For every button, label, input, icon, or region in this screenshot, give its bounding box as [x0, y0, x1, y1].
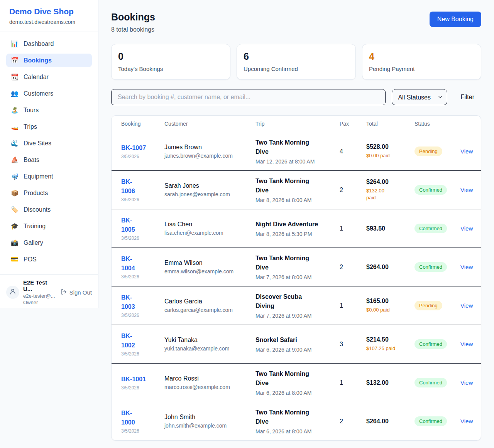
booking-date: 3/5/2026: [121, 197, 164, 202]
booking-id-link[interactable]: BK- 1000: [121, 409, 164, 426]
sidebar-item-customers[interactable]: 👥 Customers: [6, 87, 92, 100]
status-cell: Pending: [414, 301, 457, 310]
customer-name: Emma Wilson: [164, 259, 255, 266]
column-header-booking: Booking: [121, 121, 164, 127]
pax-value: 4: [340, 148, 366, 155]
sidebar-item-tours[interactable]: 🏝️ Tours: [6, 103, 92, 117]
view-link[interactable]: View: [457, 264, 473, 270]
sidebar-item-trips[interactable]: 🚤 Trips: [6, 120, 92, 133]
booking-id-link[interactable]: BK- 1005: [121, 216, 164, 234]
view-link[interactable]: View: [457, 187, 473, 193]
view-link[interactable]: View: [457, 379, 473, 386]
booking-id-link[interactable]: BK- 1002: [121, 332, 164, 349]
booking-cell: BK- 1004 3/5/2026: [121, 254, 164, 279]
sidebar-item-gallery[interactable]: 📸 Gallery: [6, 236, 92, 249]
customer-cell: John Smith john.smith@example.com: [164, 414, 255, 429]
user-role: Owner: [23, 300, 57, 305]
trip-datetime: Mar 8, 2026 at 5:30 PM: [255, 231, 340, 237]
page-header: Bookings 8 total bookings New Booking: [111, 12, 481, 33]
booking-cell: BK- 1002 3/5/2026: [121, 332, 164, 356]
total-cell: $528.00 $0.00 paid: [366, 143, 414, 159]
filter-row: All Statuses Filter: [111, 89, 481, 105]
actions-cell: View: [457, 148, 473, 155]
booking-id-link[interactable]: BK- 1004: [121, 254, 164, 272]
nav-item-icon: 🏷️: [11, 206, 19, 213]
sidebar-item-label: Equipment: [24, 173, 53, 180]
sign-out-button[interactable]: Sign Out: [61, 289, 92, 296]
sidebar-item-label: Products: [24, 190, 48, 197]
sidebar-item-label: Discounts: [24, 206, 51, 213]
sidebar-item-discounts[interactable]: 🏷️ Discounts: [6, 203, 92, 216]
status-cell: Confirmed: [414, 262, 457, 272]
sidebar-item-label: Bookings: [24, 57, 52, 64]
view-link[interactable]: View: [457, 148, 473, 155]
booking-id-link[interactable]: BK- 1003: [121, 293, 164, 311]
status-badge: Confirmed: [414, 416, 447, 426]
stat-card: 4 Pending Payment: [362, 44, 481, 80]
sidebar-item-pos[interactable]: 💳 POS: [6, 253, 92, 266]
booking-id-link[interactable]: BK- 1006: [121, 177, 164, 195]
view-link[interactable]: View: [457, 418, 473, 424]
new-booking-button[interactable]: New Booking: [430, 12, 481, 27]
sidebar-item-label: Trips: [24, 123, 37, 130]
total-amount: $165.00: [366, 298, 414, 305]
booking-date: 3/5/2026: [121, 428, 164, 434]
table-row: BK- 1006 3/5/2026 Sarah Jones sarah.jone…: [112, 170, 481, 209]
total-amount: $132.00: [366, 379, 414, 386]
trip-name: Two Tank Morning Dive: [255, 177, 340, 195]
booking-id-link[interactable]: BK-1001: [121, 375, 164, 384]
trip-datetime: Mar 12, 2026 at 8:00 AM: [255, 158, 340, 165]
customer-name: Marco Rossi: [164, 375, 255, 382]
stat-value: 6: [244, 51, 349, 62]
amount-paid: $0.00 paid: [366, 152, 414, 159]
sidebar-item-calendar[interactable]: 📆 Calendar: [6, 70, 92, 84]
sidebar-item-bookings[interactable]: 📅 Bookings: [6, 54, 92, 67]
sidebar-item-dive-sites[interactable]: 🌊 Dive Sites: [6, 136, 92, 150]
total-cell: $165.00 $0.00 paid: [366, 298, 414, 313]
sidebar-item-boats[interactable]: ⛵ Boats: [6, 153, 92, 167]
search-input[interactable]: [111, 89, 386, 105]
total-cell: $264.00 $132.00 paid: [366, 179, 414, 201]
trip-name: Two Tank Morning Dive: [255, 408, 340, 426]
total-amount: $264.00: [366, 179, 414, 185]
customer-name: Yuki Tanaka: [164, 337, 255, 344]
customer-cell: Yuki Tanaka yuki.tanaka@example.com: [164, 337, 255, 352]
view-link[interactable]: View: [457, 302, 473, 309]
view-link[interactable]: View: [457, 341, 473, 347]
total-cell: $264.00: [366, 418, 414, 425]
trip-name: Two Tank Morning Dive: [255, 138, 340, 157]
status-cell: Confirmed: [414, 185, 457, 195]
trip-cell: Two Tank Morning Dive Mar 6, 2026 at 8:0…: [255, 369, 340, 396]
actions-cell: View: [457, 225, 473, 232]
sidebar-item-training[interactable]: 🎓 Training: [6, 219, 92, 233]
nav-item-icon: 🚤: [11, 123, 19, 130]
filter-button[interactable]: Filter: [453, 94, 481, 101]
customer-email: lisa.chen@example.com: [164, 230, 255, 236]
sidebar-item-dashboard[interactable]: 📊 Dashboard: [6, 37, 92, 51]
table-row: BK-1007 3/5/2026 James Brown james.brown…: [112, 132, 481, 170]
stat-label: Pending Payment: [369, 66, 474, 72]
total-cell: $93.50: [366, 225, 414, 232]
nav-item-icon: 🎓: [11, 222, 19, 230]
nav-item-icon: 🌊: [11, 140, 19, 147]
status-cell: Confirmed: [414, 378, 457, 387]
trip-datetime: Mar 7, 2026 at 9:00 AM: [255, 313, 340, 319]
customer-name: John Smith: [164, 414, 255, 421]
booking-cell: BK-1001 3/5/2026: [121, 375, 164, 391]
stat-value: 4: [369, 51, 474, 62]
nav-item-icon: 🤿: [11, 173, 19, 180]
view-link[interactable]: View: [457, 225, 473, 232]
booking-id-link[interactable]: BK-1007: [121, 143, 164, 152]
trip-datetime: Mar 6, 2026 at 9:00 AM: [255, 347, 340, 353]
table-row: BK- 1004 3/5/2026 Emma Wilson emma.wilso…: [112, 248, 481, 286]
bookings-table: Booking Customer Trip Pax Total Status B…: [111, 115, 481, 441]
brand-domain: demo.test.divestreams.com: [9, 19, 89, 25]
sidebar-item-equipment[interactable]: 🤿 Equipment: [6, 170, 92, 183]
total-amount: $214.50: [366, 336, 414, 343]
status-badge: Confirmed: [414, 378, 447, 387]
status-filter-select[interactable]: All Statuses: [392, 89, 447, 105]
sidebar-item-products[interactable]: 📦 Products: [6, 186, 92, 200]
booking-date: 3/5/2026: [121, 313, 164, 318]
customer-cell: Emma Wilson emma.wilson@example.com: [164, 259, 255, 275]
table-body: BK-1007 3/5/2026 James Brown james.brown…: [112, 132, 481, 440]
